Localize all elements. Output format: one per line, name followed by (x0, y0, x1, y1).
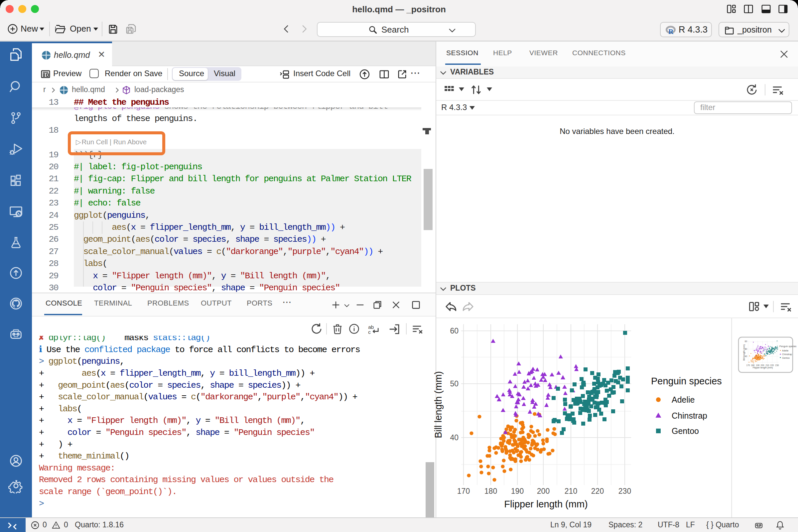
svg-text:Gentoo: Gentoo (672, 426, 699, 436)
svg-text:210: 210 (565, 487, 577, 495)
svg-text:Flipper length (mm): Flipper length (mm) (504, 499, 588, 509)
svg-text:Bill length (mm): Bill length (mm) (433, 371, 443, 438)
svg-text:200: 200 (761, 364, 764, 366)
svg-text:Flipper length (mm): Flipper length (mm) (753, 366, 773, 369)
svg-text:Adelie: Adelie (782, 349, 789, 352)
svg-text:Penguin species: Penguin species (779, 345, 797, 348)
svg-text:40: 40 (745, 355, 747, 358)
svg-text:210: 210 (766, 364, 770, 366)
svg-text:ab: ab (368, 324, 374, 330)
svg-text:60: 60 (450, 326, 458, 335)
svg-text:Chinstrap: Chinstrap (672, 411, 707, 420)
svg-text:Penguin species: Penguin species (651, 376, 722, 386)
svg-text:190: 190 (511, 487, 524, 495)
svg-text:Chinstrap: Chinstrap (782, 353, 792, 356)
svg-text:230: 230 (619, 487, 631, 495)
svg-text:Adelie: Adelie (672, 395, 695, 404)
svg-text:170: 170 (746, 364, 750, 366)
svg-text:220: 220 (771, 364, 774, 366)
svg-text:c: c (368, 329, 371, 335)
svg-text:50: 50 (745, 348, 747, 350)
svg-text:200: 200 (537, 487, 550, 495)
svg-text:230: 230 (775, 364, 779, 366)
svg-text:170: 170 (457, 487, 470, 495)
svg-text:40: 40 (450, 433, 458, 442)
svg-text:R: R (668, 27, 673, 36)
svg-text:180: 180 (484, 487, 497, 495)
svg-text:Gentoo: Gentoo (782, 357, 790, 359)
svg-text:Bill length (mm): Bill length (mm) (743, 344, 745, 361)
svg-text:190: 190 (756, 364, 760, 366)
svg-text:50: 50 (450, 379, 458, 388)
svg-text:180: 180 (751, 364, 755, 366)
svg-text:60: 60 (745, 340, 747, 342)
svg-text:220: 220 (591, 487, 604, 495)
